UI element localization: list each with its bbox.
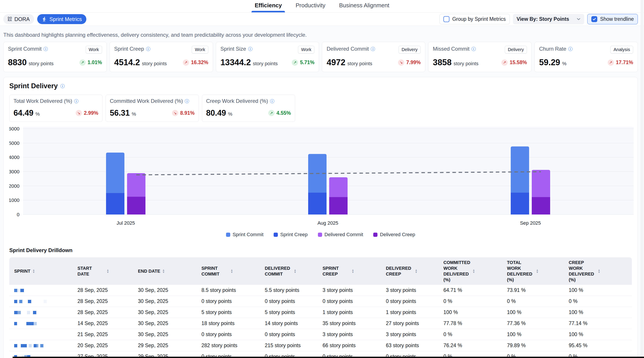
sort-desc-icon: ▼ [536, 271, 538, 273]
sort-desc-icon: ▼ [472, 271, 475, 273]
kpi-card-title: Sprint Creepi [114, 46, 150, 52]
trend-pos: ↗4.55% [268, 110, 291, 116]
trend-neg: ↘7.99% [398, 59, 421, 66]
redacted-sprint-name [26, 322, 34, 325]
dora-button[interactable]: DORA DORA [3, 14, 34, 24]
info-icon[interactable]: i [270, 99, 274, 103]
table-row[interactable]: 21 Sep, 202530 Sep, 20250 story points0 … [9, 329, 632, 340]
cell: 0 story points [196, 298, 260, 304]
category-badge: Delivery [398, 46, 421, 53]
cell-sprint [9, 320, 72, 326]
redacted-sprint-name [29, 344, 32, 347]
info-icon[interactable]: i [60, 84, 65, 88]
info-icon[interactable]: i [472, 47, 476, 51]
kpi-value-wrap: 64.49% [14, 108, 40, 118]
sprint-delivery-panel: Sprint Delivery i Total Work Delivered (… [3, 77, 638, 358]
svg-text:3000: 3000 [9, 169, 20, 175]
legend-label: Delivered Creep [380, 232, 415, 237]
trend-value: 17.71% [616, 59, 633, 65]
tab-efficiency[interactable]: Efficiency [254, 0, 282, 12]
table-header-row: SPRINT▲▼START DATE▲▼END DATE▲▼SPRINT COM… [9, 257, 632, 285]
svg-text:Jul 2025: Jul 2025 [116, 220, 135, 226]
info-icon[interactable]: i [568, 47, 572, 51]
trend-up-icon: ↗ [502, 59, 508, 66]
sort-icon[interactable]: ▲▼ [106, 269, 109, 273]
legend-item-delivered-commit[interactable]: Delivered Commit [318, 232, 363, 237]
sort-icon[interactable]: ▲▼ [294, 269, 296, 273]
sort-icon[interactable]: ▲▼ [230, 269, 233, 273]
category-badge: Work [298, 46, 314, 53]
legend-label: Sprint Creep [280, 232, 308, 237]
kpi-card-header: Churn RateiAnalysis [539, 46, 633, 53]
info-icon[interactable]: i [146, 47, 150, 51]
metric-mode-switch: DORA DORA Sprint Metrics [3, 14, 86, 24]
sort-icon[interactable]: ▲▼ [598, 269, 600, 273]
kpi-card-sprint-commit: Sprint CommitiWork8830story points↗1.01% [3, 42, 107, 72]
table-row[interactable]: 28 Sep, 202530 Sep, 20255 story points5 … [9, 307, 632, 318]
sort-icon[interactable]: ▲▼ [472, 269, 475, 273]
checkbox-checked-icon[interactable] [591, 16, 597, 22]
cell: 0 % [438, 298, 502, 304]
trend-down-icon: ↘ [76, 110, 82, 116]
info-icon[interactable]: i [74, 99, 78, 103]
info-icon[interactable]: i [185, 99, 189, 103]
column-header-sprint-commit: SPRINT COMMIT▲▼ [196, 265, 260, 277]
top-tab-bar: EfficiencyProductivityBusiness Alignment [0, 0, 644, 12]
sort-icon[interactable]: ▲▼ [32, 269, 35, 273]
view-by-select[interactable]: View By: Story Points [513, 14, 584, 24]
trend-up-icon: ↗ [608, 59, 614, 66]
table-row[interactable]: 14 Sep, 202530 Sep, 202518 story points1… [9, 318, 632, 329]
kpi-title-text: Sprint Commit [8, 46, 42, 52]
sort-icon[interactable]: ▲▼ [536, 269, 538, 273]
sprint-metrics-button[interactable]: Sprint Metrics [37, 14, 86, 24]
kpi-card-creep-work-delivered-: Creep Work Delivered (%)i80.49%↗4.55% [202, 95, 295, 122]
dashboard-body: This dashboard highlights planning effec… [0, 32, 644, 72]
cell: 77.36 % [502, 320, 564, 326]
column-header-end-date: END DATE▲▼ [133, 268, 196, 274]
group-by-sprint-metrics-toggle[interactable]: Group by Sprint Metrics [440, 14, 510, 24]
bottom-edge [12, 357, 644, 358]
cell-sprint [9, 309, 72, 315]
info-icon[interactable]: i [248, 47, 252, 51]
sprint-delivery-title: Sprint Delivery i [9, 82, 632, 90]
kpi-value: 80.49 [206, 108, 226, 118]
trend-value: 4.55% [276, 110, 291, 116]
table-row[interactable]: 28 Sep, 202530 Sep, 20250 story points0 … [9, 296, 632, 307]
kpi-value-row: 80.49%↗4.55% [206, 108, 291, 118]
kpi-value-wrap: 8830story points [8, 58, 54, 67]
info-icon[interactable]: i [371, 47, 375, 51]
legend-item-sprint-creep[interactable]: Sprint Creep [274, 232, 308, 237]
table-row[interactable]: 20 Sep, 202529 Sep, 2025282 story points… [9, 340, 632, 351]
kpi-title-text: Creep Work Delivered (%) [206, 98, 268, 104]
redacted-sprint-name [30, 311, 33, 314]
cell: 73.91 % [502, 287, 564, 293]
page-scrollbar[interactable] [641, 0, 644, 358]
cell: 0 % [438, 332, 502, 338]
redacted-sprint-name [34, 344, 36, 347]
trend-up-icon: ↗ [268, 110, 274, 116]
redacted-sprint-name [44, 300, 47, 303]
view-by-value: View By: Story Points [517, 16, 569, 22]
chart-legend: Sprint CommitSprint CreepDelivered Commi… [9, 232, 632, 237]
legend-item-sprint-commit[interactable]: Sprint Commit [226, 232, 264, 237]
show-trendline-toggle[interactable]: Show trendline [587, 14, 638, 24]
checkbox-unchecked-icon[interactable] [444, 16, 450, 22]
sort-icon[interactable]: ▲▼ [415, 269, 418, 273]
trend-pos: ↗1.01% [80, 59, 102, 66]
legend-item-delivered-creep[interactable]: Delivered Creep [373, 232, 415, 237]
category-badge: Work [86, 46, 102, 53]
sort-icon[interactable]: ▲▼ [162, 269, 165, 273]
cell: 1 story points [381, 309, 438, 315]
redacted-sprint-name [40, 344, 44, 347]
cell: 5 story points [196, 309, 260, 315]
info-icon[interactable]: i [44, 47, 48, 51]
cell: 30 Sep, 2025 [133, 298, 196, 304]
table-row[interactable]: 28 Sep, 202530 Sep, 20258.5 story points… [9, 285, 632, 296]
tab-productivity[interactable]: Productivity [295, 0, 326, 12]
cell: 28 Sep, 2025 [72, 309, 133, 315]
tab-business-alignment[interactable]: Business Alignment [339, 0, 390, 12]
column-header-delivered-creep: DELIVERED CREEP▲▼ [381, 265, 438, 277]
redacted-sprint-name [21, 344, 27, 347]
sort-icon[interactable]: ▲▼ [352, 269, 354, 273]
kpi-unit: story points [253, 61, 278, 67]
